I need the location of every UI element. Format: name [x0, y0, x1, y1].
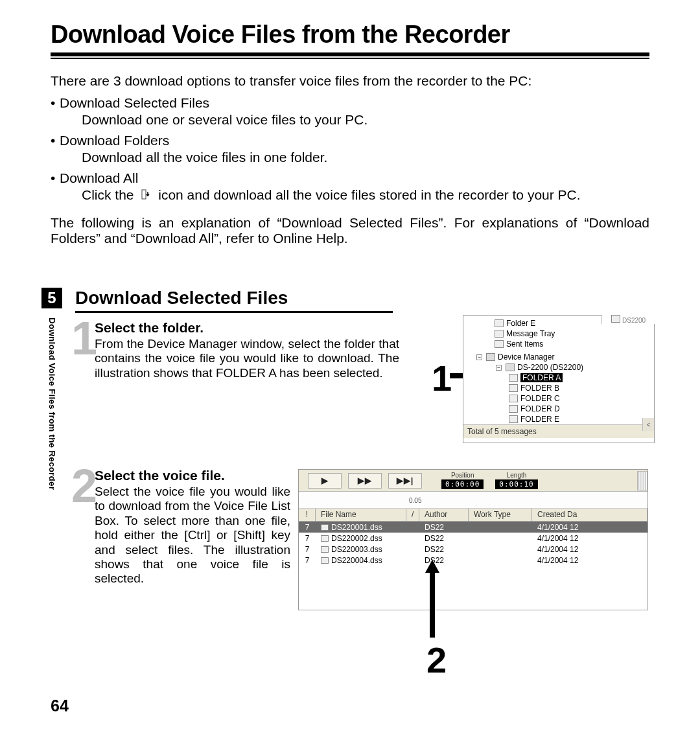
callout-2-number: 2 — [426, 639, 447, 681]
bullet-2-title: Download Folders — [60, 133, 169, 148]
skip-next-button[interactable]: ▶▶| — [388, 473, 422, 489]
download-all-icon — [140, 189, 152, 201]
col-priority[interactable]: ! — [299, 509, 316, 521]
ruler-tick: 0.05 — [409, 497, 421, 504]
length-label: Length — [495, 472, 537, 479]
intro-text: There are 3 download options to transfer… — [51, 73, 649, 89]
tree-collapse-icon[interactable]: − — [476, 354, 482, 360]
voice-file-list-screenshot: ▶ ▶▶ ▶▶| Position0:00:00 Length0:00:10 0… — [298, 469, 648, 610]
fast-forward-button[interactable]: ▶▶ — [348, 473, 382, 489]
col-created[interactable]: Created Da — [532, 509, 648, 521]
table-row[interactable]: 7 DS220002.dss DS22 4/1/2004 12 — [299, 533, 648, 544]
side-running-head: Download Voice Files from the Recorder — [47, 317, 57, 490]
bullet-1-title: Download Selected Files — [60, 95, 209, 111]
tree-item[interactable]: Folder E — [506, 319, 535, 328]
explain-text: The following is an explanation of “Down… — [51, 215, 649, 248]
table-row-selected[interactable]: 7 DS220001.dss DS22 4/1/2004 12 — [299, 522, 648, 533]
step-2-number: 2 — [71, 463, 97, 509]
tree-folder[interactable]: FOLDER E — [520, 415, 559, 424]
tree-folder[interactable]: FOLDER C — [520, 394, 560, 403]
step-1-title: Select the folder. — [95, 320, 399, 336]
table-row[interactable]: 7 DS220004.dss DS22 4/1/2004 12 — [299, 555, 648, 566]
svg-rect-0 — [142, 190, 146, 199]
file-icon — [321, 535, 329, 542]
bullet-1-desc: Download one or several voice files to y… — [82, 112, 649, 128]
tree-collapse-icon[interactable]: − — [496, 365, 502, 371]
col-filename[interactable]: File Name — [316, 509, 406, 521]
title-rule-thin — [51, 58, 649, 59]
tree-folder[interactable]: FOLDER B — [520, 384, 559, 393]
options-list: •Download Selected Files Download one or… — [51, 95, 649, 203]
file-icon — [321, 524, 329, 531]
callout-1-number: 1 — [432, 357, 452, 399]
svg-marker-4 — [425, 560, 439, 573]
position-value: 0:00:00 — [441, 479, 484, 489]
volume-slider[interactable] — [637, 471, 648, 490]
tree-device[interactable]: DS-2200 (DS2200) — [517, 363, 583, 372]
col-worktype[interactable]: Work Type — [469, 509, 532, 521]
position-label: Position — [441, 472, 484, 479]
timeline-ruler[interactable]: 0.05 — [299, 492, 648, 509]
length-value: 0:00:10 — [495, 479, 537, 489]
col-author[interactable]: Author — [419, 509, 469, 521]
table-row[interactable]: 7 DS220003.dss DS22 4/1/2004 12 — [299, 544, 648, 555]
page-number: 64 — [51, 697, 69, 715]
bullet-3-title: Download All — [60, 170, 138, 186]
step-1-body: From the Device Manager window, select t… — [95, 337, 399, 380]
scroll-left-icon[interactable]: < — [642, 418, 654, 431]
step-2-body: Select the voice file you would like to … — [95, 485, 290, 586]
col-sort-indicator[interactable]: / — [406, 509, 419, 521]
section-rule — [75, 311, 393, 313]
status-bar-text: Total of 5 messages — [463, 424, 654, 438]
file-icon — [321, 557, 329, 564]
tree-item[interactable]: Sent Items — [506, 340, 543, 349]
page-title: Download Voice Files from the Recorder — [51, 21, 649, 49]
tree-folder[interactable]: FOLDER D — [520, 404, 560, 413]
tree-folder-a-selected[interactable]: FOLDER A — [520, 373, 563, 382]
tree-item[interactable]: Message Tray — [506, 329, 555, 338]
section-heading: Download Selected Files — [75, 288, 649, 308]
tree-device-manager[interactable]: Device Manager — [498, 352, 554, 362]
bullet-3-desc: Click the icon and download all the voic… — [82, 187, 649, 203]
bullet-2-desc: Download all the voice files in one fold… — [82, 150, 649, 165]
device-manager-screenshot: DS2200 Folder E Message Tray Sent Items … — [463, 315, 655, 443]
table-header-row: ! File Name / Author Work Type Created D… — [299, 509, 648, 522]
callout-2-arrow-icon — [425, 560, 439, 638]
title-rule — [51, 52, 649, 56]
file-icon — [321, 546, 329, 553]
cutoff-filename: DS2200 — [601, 315, 655, 324]
step-2-title: Select the voice file. — [95, 468, 290, 483]
chapter-number-tab: 5 — [41, 288, 62, 308]
step-1-number: 1 — [71, 315, 97, 362]
play-button[interactable]: ▶ — [308, 473, 342, 489]
